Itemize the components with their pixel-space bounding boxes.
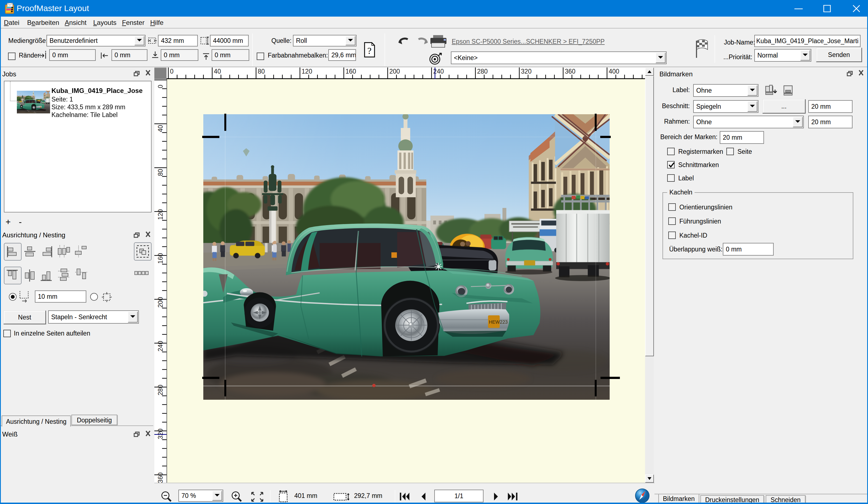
svg-text:80: 80 [157,169,164,176]
svg-text:160: 160 [345,68,356,75]
svg-text:40: 40 [214,68,221,75]
svg-text:360: 360 [565,68,575,75]
svg-text:160: 160 [157,253,164,264]
svg-text:280: 280 [157,385,164,395]
svg-text:120: 120 [301,68,312,75]
svg-text:120: 120 [157,209,164,220]
svg-text:80: 80 [258,68,265,75]
svg-text:0: 0 [157,85,164,88]
svg-text:240: 240 [157,341,164,351]
svg-text:280: 280 [477,68,488,75]
svg-text:?: ? [367,45,372,56]
svg-text:320: 320 [521,68,531,75]
svg-text:400: 400 [609,68,619,75]
svg-text:200: 200 [157,297,164,308]
svg-text:200: 200 [390,68,400,75]
svg-text:40: 40 [157,125,164,132]
svg-text:320: 320 [157,429,164,439]
svg-text:0: 0 [170,68,174,75]
svg-text:360: 360 [157,472,164,483]
